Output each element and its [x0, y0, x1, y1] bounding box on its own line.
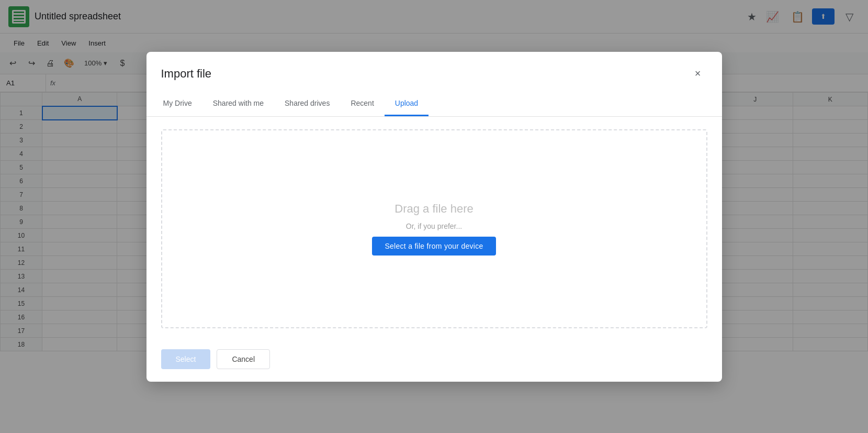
drag-text: Drag a file here — [394, 202, 473, 216]
modal-tabs: My Drive Shared with me Shared drives Re… — [146, 92, 722, 117]
modal-header: Import file × — [146, 52, 722, 83]
modal-body: Drag a file here Or, if you prefer... Se… — [146, 117, 722, 341]
tab-shared-drives[interactable]: Shared drives — [274, 92, 340, 116]
modal-footer: Select Cancel — [146, 341, 722, 382]
tab-shared-with-me[interactable]: Shared with me — [202, 92, 274, 116]
close-button[interactable]: × — [689, 64, 707, 83]
modal-overlay: Import file × My Drive Shared with me Sh… — [0, 0, 868, 433]
select-file-from-device-button[interactable]: Select a file from your device — [372, 237, 495, 256]
tab-my-drive[interactable]: My Drive — [153, 92, 202, 116]
tab-recent[interactable]: Recent — [340, 92, 384, 116]
select-button[interactable]: Select — [161, 349, 211, 369]
drop-zone[interactable]: Drag a file here Or, if you prefer... Se… — [161, 129, 707, 328]
modal-title: Import file — [161, 67, 212, 81]
or-text: Or, if you prefer... — [406, 222, 462, 230]
import-file-modal: Import file × My Drive Shared with me Sh… — [146, 52, 722, 382]
tab-upload[interactable]: Upload — [385, 92, 429, 116]
cancel-button[interactable]: Cancel — [217, 349, 270, 369]
